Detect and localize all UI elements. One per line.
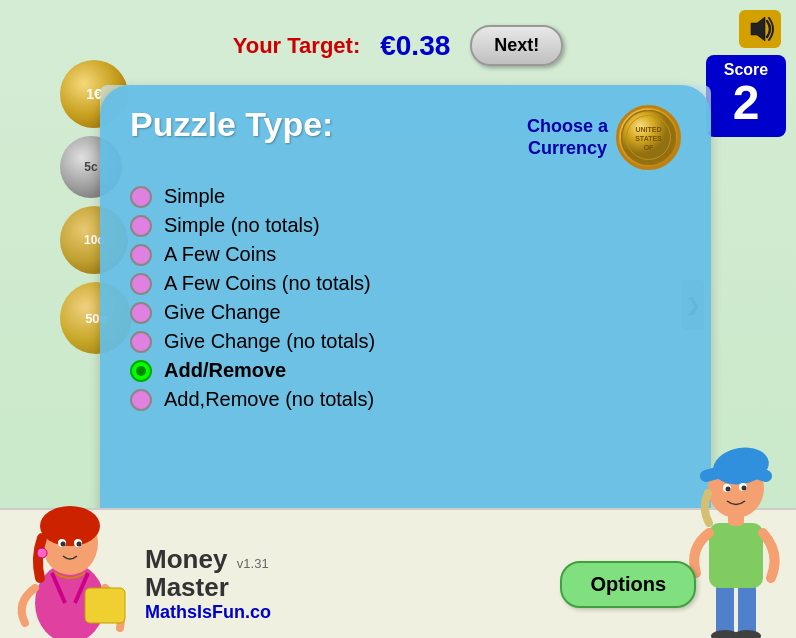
target-value: €0.38 <box>380 30 450 62</box>
svg-text:STATES: STATES <box>635 135 662 142</box>
label-few-coins-no-totals: A Few Coins (no totals) <box>164 272 371 295</box>
radio-add-remove-no-totals[interactable] <box>130 389 152 411</box>
choose-currency-area[interactable]: Choose aCurrency UNITED STATES OF <box>527 105 681 170</box>
branding: Money Master v1.31 MathsIsFun.co <box>145 545 271 623</box>
character-boy <box>681 408 791 638</box>
label-give-change: Give Change <box>164 301 281 324</box>
option-simple-no-totals[interactable]: Simple (no totals) <box>130 214 681 237</box>
next-button[interactable]: Next! <box>470 25 563 66</box>
brand-line1: Money <box>145 544 227 574</box>
svg-text:OF: OF <box>644 144 654 151</box>
brand-line2: Master <box>145 572 229 602</box>
option-few-coins-no-totals[interactable]: A Few Coins (no totals) <box>130 272 681 295</box>
radio-simple[interactable] <box>130 186 152 208</box>
svg-rect-19 <box>709 523 763 588</box>
svg-point-11 <box>61 542 66 547</box>
score-panel: Score 2 <box>706 55 786 137</box>
label-simple: Simple <box>164 185 225 208</box>
puzzle-type-title: Puzzle Type: <box>130 105 333 144</box>
option-simple[interactable]: Simple <box>130 185 681 208</box>
target-label: Your Target: <box>233 33 361 59</box>
svg-point-18 <box>733 630 761 638</box>
brand-site: MathsIsFun.co <box>145 602 271 623</box>
svg-point-25 <box>726 487 731 492</box>
svg-rect-16 <box>738 583 756 638</box>
currency-coin-button[interactable]: UNITED STATES OF <box>616 105 681 170</box>
radio-add-remove[interactable] <box>130 360 152 382</box>
svg-point-8 <box>40 506 100 546</box>
puzzle-type-panel: Puzzle Type: Choose aCurrency UNITED S <box>100 85 711 548</box>
label-give-change-no-totals: Give Change (no totals) <box>164 330 375 353</box>
label-add-remove: Add/Remove <box>164 359 286 382</box>
option-give-change-no-totals[interactable]: Give Change (no totals) <box>130 330 681 353</box>
choose-currency-label: Choose aCurrency <box>527 116 608 159</box>
label-simple-no-totals: Simple (no totals) <box>164 214 320 237</box>
radio-give-change[interactable] <box>130 302 152 324</box>
label-add-remove-no-totals: Add,Remove (no totals) <box>164 388 374 411</box>
header: Your Target: €0.38 Next! <box>0 25 796 66</box>
label-few-coins: A Few Coins <box>164 243 276 266</box>
radio-give-change-no-totals[interactable] <box>130 331 152 353</box>
option-few-coins[interactable]: A Few Coins <box>130 243 681 266</box>
options-list: Simple Simple (no totals) A Few Coins A … <box>130 185 681 411</box>
score-value: 2 <box>722 79 770 127</box>
option-add-remove[interactable]: Add/Remove <box>130 359 681 382</box>
svg-rect-14 <box>85 588 125 623</box>
brand-version: v1.31 <box>237 556 269 571</box>
radio-simple-no-totals[interactable] <box>130 215 152 237</box>
radio-few-coins[interactable] <box>130 244 152 266</box>
option-give-change[interactable]: Give Change <box>130 301 681 324</box>
puzzle-header: Puzzle Type: Choose aCurrency UNITED S <box>130 105 681 170</box>
svg-point-26 <box>742 486 747 491</box>
bottom-area: Money Master v1.31 MathsIsFun.co Options <box>0 508 796 638</box>
character-woman <box>0 448 160 638</box>
svg-text:UNITED: UNITED <box>635 126 661 133</box>
svg-point-13 <box>37 548 47 558</box>
option-add-remove-no-totals[interactable]: Add,Remove (no totals) <box>130 388 681 411</box>
options-button[interactable]: Options <box>560 561 696 608</box>
svg-rect-15 <box>716 583 734 638</box>
radio-few-coins-no-totals[interactable] <box>130 273 152 295</box>
svg-point-12 <box>77 542 82 547</box>
